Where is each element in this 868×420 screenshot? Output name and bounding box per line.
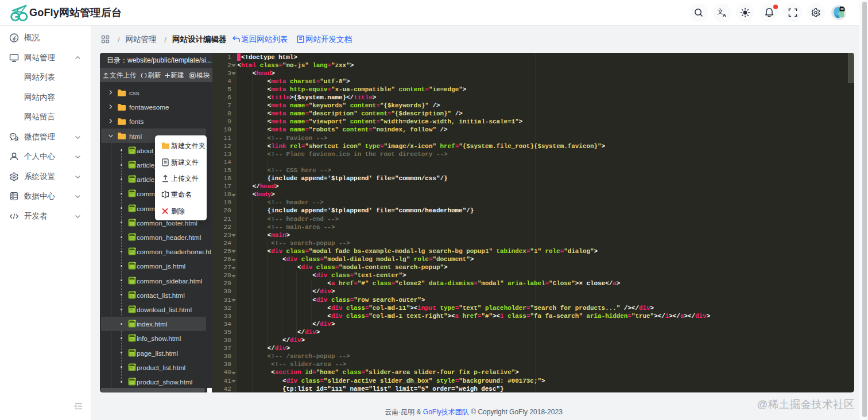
- svg-text:A: A: [723, 13, 727, 18]
